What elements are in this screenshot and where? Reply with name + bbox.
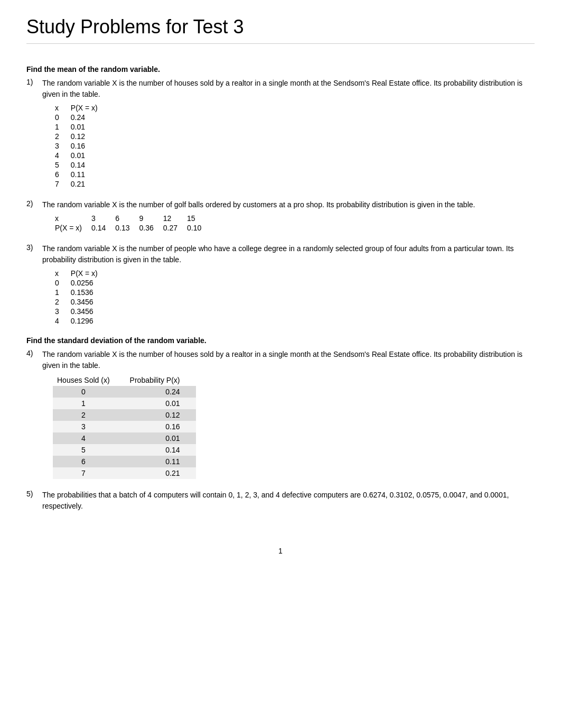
table-cell: 0.1536 [69,288,107,297]
section-header: Find the mean of the random variable. [26,65,535,73]
problem-content: The probabilities that a batch of 4 comp… [42,490,535,515]
table-cell: 0.3456 [69,307,107,316]
problem-content: The random variable X is the number of g… [42,199,535,233]
table-cell: 12 [161,214,185,223]
table-cell: 6 [53,170,69,179]
problem-number: 3) [26,243,42,326]
table-cell: 0 [53,278,69,288]
problem-row: 1)The random variable X is the number of… [26,78,535,189]
table-cell: 2 [53,409,126,421]
table-cell: 0.13 [113,223,137,233]
problem-content: The random variable X is the number of h… [42,349,535,479]
table-cell: 0.16 [126,421,196,432]
problem-number: 1) [26,78,42,189]
table-cell: 0.01 [69,122,107,132]
table-cell: 2 [53,132,69,141]
section-header: Find the standard deviation of the rando… [26,336,535,345]
problem-text: The random variable X is the number of h… [42,349,535,371]
table-cell: 0.1296 [69,316,107,326]
page-title: Study Problems for Test 3 [26,16,535,44]
table-cell: 5 [53,444,126,456]
problem-text: The random variable X is the number of p… [42,243,535,265]
table-cell: 0.36 [137,223,161,233]
table-cell: 0.24 [126,386,196,398]
table-cell: 3 [53,307,69,316]
table-cell: 0.10 [185,223,209,233]
table-cell: 0.01 [126,432,196,444]
problem-number: 5) [26,490,42,515]
table-cell: 2 [53,297,69,307]
table-cell: 9 [137,214,161,223]
problem-row: 4)The random variable X is the number of… [26,349,535,479]
table-cell: 0 [53,386,126,398]
table-cell: 1 [53,398,126,409]
table-cell: 0.14 [89,223,113,233]
table-cell: 0.14 [126,444,196,456]
table-header: x [53,103,69,113]
table-cell: 1 [53,122,69,132]
problem-row: 2)The random variable X is the number of… [26,199,535,233]
table-cell: 0.01 [126,398,196,409]
problem-text: The random variable X is the number of g… [42,199,535,210]
table-cell: 0.3456 [69,297,107,307]
table-cell: 3 [53,141,69,151]
table-cell: P(X = x) [53,223,89,233]
table-cell: 3 [53,421,126,432]
table-cell: 0.16 [69,141,107,151]
table-cell: 7 [53,179,69,189]
content-area: Find the mean of the random variable.1)T… [26,65,535,515]
table-cell: 0.01 [69,151,107,160]
problem-row: 5)The probabilities that a batch of 4 co… [26,490,535,515]
table-cell: 6 [53,456,126,467]
page-number: 1 [26,547,535,555]
table-cell: 0.11 [69,170,107,179]
problem-number: 2) [26,199,42,233]
table-cell: 0.0256 [69,278,107,288]
problem-text: The probabilities that a batch of 4 comp… [42,490,535,512]
table-cell: 15 [185,214,209,223]
table-header: Probability P(x) [126,374,196,386]
table-cell: 0.14 [69,160,107,170]
table-cell: 4 [53,151,69,160]
table-cell: 6 [113,214,137,223]
table-header: P(X = x) [69,103,107,113]
table-cell: 0.12 [69,132,107,141]
table-cell: 4 [53,432,126,444]
table-header: P(X = x) [69,269,107,278]
table-cell: 0 [53,113,69,122]
table-cell: x [53,214,89,223]
problem-text: The random variable X is the number of h… [42,78,535,100]
probability-table: xP(X = x)00.025610.153620.345630.345640.… [53,269,107,326]
table-header: Houses Sold (x) [53,374,126,386]
probability-table: xP(X = x)00.2410.0120.1230.1640.0150.146… [53,103,107,189]
table-cell: 5 [53,160,69,170]
table-header: x [53,269,69,278]
table-cell: 0.11 [126,456,196,467]
table-cell: 7 [53,467,126,479]
problem-content: The random variable X is the number of p… [42,243,535,326]
table-cell: 0.12 [126,409,196,421]
table-cell: 3 [89,214,113,223]
table-cell: 0.21 [69,179,107,189]
table-cell: 4 [53,316,69,326]
shaded-probability-table: Houses Sold (x)Probability P(x)00.2410.0… [53,374,196,479]
problem-content: The random variable X is the number of h… [42,78,535,189]
table-cell: 0.27 [161,223,185,233]
probability-table-inline: x3691215P(X = x)0.140.130.360.270.10 [53,214,209,233]
table-cell: 1 [53,288,69,297]
table-cell: 0.21 [126,467,196,479]
problem-number: 4) [26,349,42,479]
problem-row: 3)The random variable X is the number of… [26,243,535,326]
table-cell: 0.24 [69,113,107,122]
